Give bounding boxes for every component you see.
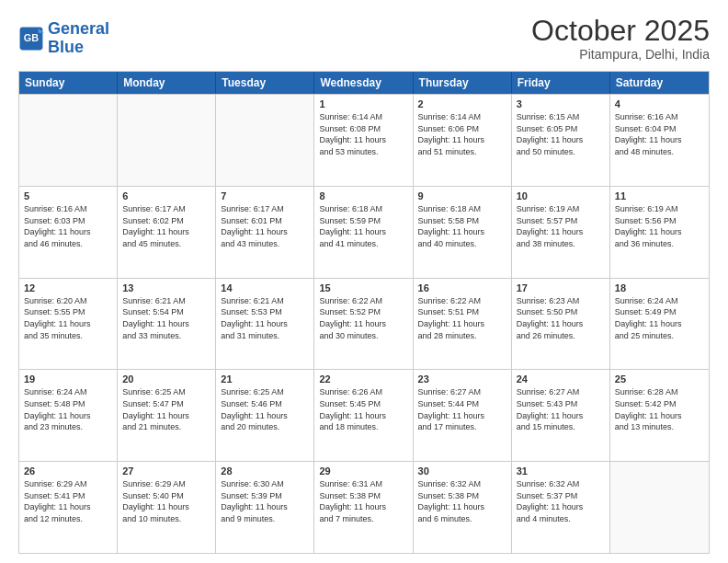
day-info: Sunrise: 6:20 AM Sunset: 5:55 PM Dayligh… — [24, 295, 112, 341]
calendar-cell: 20Sunrise: 6:25 AM Sunset: 5:47 PM Dayli… — [118, 370, 216, 461]
calendar-cell: 25Sunrise: 6:28 AM Sunset: 5:42 PM Dayli… — [610, 370, 709, 461]
day-info: Sunrise: 6:14 AM Sunset: 6:06 PM Dayligh… — [418, 111, 506, 157]
header: GB General Blue October 2025 Pitampura, … — [18, 15, 710, 62]
day-info: Sunrise: 6:21 AM Sunset: 5:53 PM Dayligh… — [221, 295, 309, 341]
day-number: 31 — [517, 465, 605, 477]
calendar-cell: 5Sunrise: 6:16 AM Sunset: 6:03 PM Daylig… — [19, 187, 118, 278]
day-number: 1 — [319, 98, 407, 109]
day-number: 4 — [615, 98, 704, 109]
calendar-cell: 16Sunrise: 6:22 AM Sunset: 5:51 PM Dayli… — [414, 279, 512, 370]
day-info: Sunrise: 6:32 AM Sunset: 5:37 PM Dayligh… — [517, 478, 605, 524]
day-info: Sunrise: 6:16 AM Sunset: 6:03 PM Dayligh… — [24, 203, 112, 249]
day-info: Sunrise: 6:24 AM Sunset: 5:48 PM Dayligh… — [24, 386, 112, 432]
day-info: Sunrise: 6:32 AM Sunset: 5:38 PM Dayligh… — [418, 478, 506, 524]
day-number: 20 — [122, 373, 210, 385]
day-info: Sunrise: 6:30 AM Sunset: 5:39 PM Dayligh… — [221, 478, 309, 524]
calendar-cell: 13Sunrise: 6:21 AM Sunset: 5:54 PM Dayli… — [118, 279, 216, 370]
calendar-cell: 22Sunrise: 6:26 AM Sunset: 5:45 PM Dayli… — [314, 370, 413, 461]
calendar-cell: 30Sunrise: 6:32 AM Sunset: 5:38 PM Dayli… — [414, 462, 512, 553]
day-number: 11 — [615, 190, 704, 201]
day-info: Sunrise: 6:19 AM Sunset: 5:56 PM Dayligh… — [615, 203, 704, 249]
logo-icon: GB — [18, 26, 44, 52]
day-info: Sunrise: 6:16 AM Sunset: 6:04 PM Dayligh… — [615, 111, 704, 157]
day-number: 13 — [122, 282, 210, 293]
calendar-cell — [610, 462, 709, 553]
logo-line1: General — [48, 19, 109, 38]
day-number: 30 — [418, 465, 506, 477]
calendar-cell: 17Sunrise: 6:23 AM Sunset: 5:50 PM Dayli… — [512, 279, 610, 370]
day-info: Sunrise: 6:26 AM Sunset: 5:45 PM Dayligh… — [319, 386, 407, 432]
calendar-cell — [216, 95, 314, 186]
calendar-week-5: 26Sunrise: 6:29 AM Sunset: 5:41 PM Dayli… — [19, 461, 709, 553]
calendar-cell: 7Sunrise: 6:17 AM Sunset: 6:01 PM Daylig… — [216, 187, 314, 278]
day-number: 5 — [24, 190, 112, 201]
day-number: 12 — [24, 282, 112, 293]
calendar-cell — [19, 95, 118, 186]
title-block: October 2025 Pitampura, Delhi, India — [531, 15, 710, 62]
calendar-cell: 12Sunrise: 6:20 AM Sunset: 5:55 PM Dayli… — [19, 279, 118, 370]
day-number: 17 — [517, 282, 605, 293]
calendar-week-1: 1Sunrise: 6:14 AM Sunset: 6:08 PM Daylig… — [19, 94, 709, 186]
day-info: Sunrise: 6:28 AM Sunset: 5:42 PM Dayligh… — [615, 386, 704, 432]
weekday-friday: Friday — [512, 72, 610, 94]
calendar-week-2: 5Sunrise: 6:16 AM Sunset: 6:03 PM Daylig… — [19, 186, 709, 278]
calendar-cell: 10Sunrise: 6:19 AM Sunset: 5:57 PM Dayli… — [512, 187, 610, 278]
day-info: Sunrise: 6:31 AM Sunset: 5:38 PM Dayligh… — [319, 478, 407, 524]
day-info: Sunrise: 6:22 AM Sunset: 5:51 PM Dayligh… — [418, 295, 506, 341]
calendar-cell: 23Sunrise: 6:27 AM Sunset: 5:44 PM Dayli… — [414, 370, 512, 461]
calendar-cell: 6Sunrise: 6:17 AM Sunset: 6:02 PM Daylig… — [118, 187, 216, 278]
day-number: 3 — [517, 98, 605, 109]
calendar-cell: 29Sunrise: 6:31 AM Sunset: 5:38 PM Dayli… — [314, 462, 413, 553]
calendar-cell: 19Sunrise: 6:24 AM Sunset: 5:48 PM Dayli… — [19, 370, 118, 461]
calendar-cell: 3Sunrise: 6:15 AM Sunset: 6:05 PM Daylig… — [512, 95, 610, 186]
calendar-cell: 31Sunrise: 6:32 AM Sunset: 5:37 PM Dayli… — [512, 462, 610, 553]
day-number: 21 — [221, 373, 309, 385]
calendar-cell — [118, 95, 216, 186]
calendar: Sunday Monday Tuesday Wednesday Thursday… — [18, 71, 710, 554]
svg-text:GB: GB — [24, 32, 39, 43]
day-info: Sunrise: 6:17 AM Sunset: 6:02 PM Dayligh… — [122, 203, 210, 249]
weekday-saturday: Saturday — [610, 72, 709, 94]
weekday-tuesday: Tuesday — [216, 72, 314, 94]
calendar-header: Sunday Monday Tuesday Wednesday Thursday… — [19, 72, 709, 94]
calendar-cell: 11Sunrise: 6:19 AM Sunset: 5:56 PM Dayli… — [610, 187, 709, 278]
day-number: 29 — [319, 465, 407, 477]
weekday-thursday: Thursday — [414, 72, 512, 94]
day-number: 19 — [24, 373, 112, 385]
day-number: 10 — [517, 190, 605, 201]
calendar-cell: 15Sunrise: 6:22 AM Sunset: 5:52 PM Dayli… — [314, 279, 413, 370]
calendar-cell: 26Sunrise: 6:29 AM Sunset: 5:41 PM Dayli… — [19, 462, 118, 553]
day-info: Sunrise: 6:17 AM Sunset: 6:01 PM Dayligh… — [221, 203, 309, 249]
day-number: 14 — [221, 282, 309, 293]
day-info: Sunrise: 6:27 AM Sunset: 5:44 PM Dayligh… — [418, 386, 506, 432]
day-number: 18 — [615, 282, 704, 293]
weekday-monday: Monday — [118, 72, 216, 94]
day-info: Sunrise: 6:18 AM Sunset: 5:58 PM Dayligh… — [418, 203, 506, 249]
day-info: Sunrise: 6:29 AM Sunset: 5:40 PM Dayligh… — [122, 478, 210, 524]
day-info: Sunrise: 6:29 AM Sunset: 5:41 PM Dayligh… — [24, 478, 112, 524]
calendar-cell: 8Sunrise: 6:18 AM Sunset: 5:59 PM Daylig… — [314, 187, 413, 278]
calendar-cell: 24Sunrise: 6:27 AM Sunset: 5:43 PM Dayli… — [512, 370, 610, 461]
day-number: 2 — [418, 98, 506, 109]
day-number: 26 — [24, 465, 112, 477]
calendar-cell: 4Sunrise: 6:16 AM Sunset: 6:04 PM Daylig… — [610, 95, 709, 186]
day-info: Sunrise: 6:25 AM Sunset: 5:46 PM Dayligh… — [221, 386, 309, 432]
logo-line2: Blue — [48, 38, 84, 56]
day-number: 7 — [221, 190, 309, 201]
day-number: 15 — [319, 282, 407, 293]
day-number: 6 — [122, 190, 210, 201]
calendar-cell: 18Sunrise: 6:24 AM Sunset: 5:49 PM Dayli… — [610, 279, 709, 370]
calendar-body: 1Sunrise: 6:14 AM Sunset: 6:08 PM Daylig… — [19, 94, 709, 553]
calendar-cell: 14Sunrise: 6:21 AM Sunset: 5:53 PM Dayli… — [216, 279, 314, 370]
day-number: 28 — [221, 465, 309, 477]
day-info: Sunrise: 6:22 AM Sunset: 5:52 PM Dayligh… — [319, 295, 407, 341]
page: GB General Blue October 2025 Pitampura, … — [0, 0, 728, 563]
weekday-wednesday: Wednesday — [314, 72, 413, 94]
day-number: 27 — [122, 465, 210, 477]
day-number: 23 — [418, 373, 506, 385]
calendar-cell: 21Sunrise: 6:25 AM Sunset: 5:46 PM Dayli… — [216, 370, 314, 461]
calendar-cell: 28Sunrise: 6:30 AM Sunset: 5:39 PM Dayli… — [216, 462, 314, 553]
calendar-week-3: 12Sunrise: 6:20 AM Sunset: 5:55 PM Dayli… — [19, 278, 709, 370]
subtitle: Pitampura, Delhi, India — [531, 47, 710, 62]
calendar-cell: 27Sunrise: 6:29 AM Sunset: 5:40 PM Dayli… — [118, 462, 216, 553]
